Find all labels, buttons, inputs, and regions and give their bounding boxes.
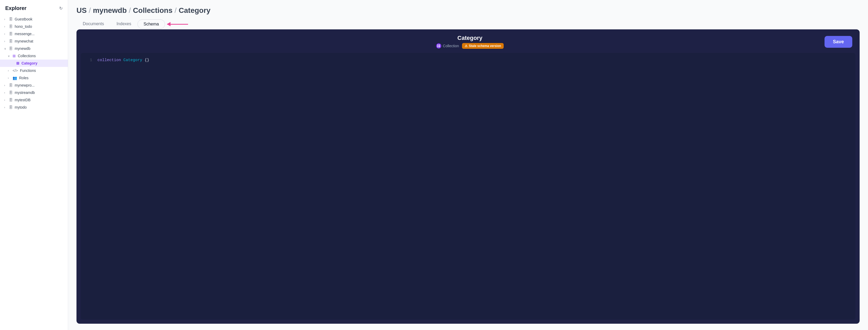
sidebar-item-label: Functions	[20, 68, 36, 73]
chevron-expand-icon: ∨	[8, 55, 11, 57]
chevron-icon: ›	[4, 84, 8, 87]
line-number: 1	[87, 57, 92, 63]
sidebar-item-label: hono_todo	[15, 24, 32, 29]
sidebar-item-label: mytodo	[15, 105, 27, 109]
chevron-icon: ›	[4, 18, 8, 21]
db-icon: 🗄	[9, 83, 12, 87]
db-icon: 🗄	[9, 98, 12, 102]
sidebar-item-category[interactable]: ⊞ Category	[0, 59, 68, 67]
editor-meta: Collection ⚠ Stale schema version	[436, 43, 504, 49]
arrow-line	[167, 24, 188, 25]
db-icon: 🗄	[9, 90, 12, 95]
sidebar-item-label: mynewpro...	[15, 83, 35, 87]
warning-icon: ⚠	[465, 44, 467, 48]
sidebar-item-mynewdb[interactable]: ∨ 🗄 mynewdb	[0, 45, 68, 52]
functions-icon: </>	[12, 68, 18, 73]
chevron-icon: ›	[4, 32, 8, 35]
sidebar-item-label: mystreamdb	[15, 90, 35, 95]
collection-icon: ⊞	[16, 61, 20, 65]
sidebar-item-label: Guestbook	[15, 17, 32, 21]
breadcrumb-sep2: /	[129, 6, 131, 15]
code-editor[interactable]: 1 collection Category {}	[81, 53, 856, 320]
stale-label: Stale schema version	[469, 44, 501, 48]
db-icon: 🗄	[9, 47, 12, 51]
breadcrumb: US / mynewdb / Collections / Category	[76, 6, 860, 15]
tab-schema[interactable]: Schema	[137, 20, 165, 29]
breadcrumb-mynewdb: mynewdb	[93, 6, 127, 15]
breadcrumb-collections: Collections	[133, 6, 173, 15]
collection-label: Collection	[443, 44, 459, 48]
db-icon: 🗄	[9, 24, 12, 29]
sidebar-header: Explorer ↻	[0, 5, 68, 16]
sidebar-item-collections[interactable]: ∨ ⊞ Collections	[0, 52, 68, 59]
punctuation: {}	[145, 58, 149, 62]
sidebar-item-functions[interactable]: › </> Functions	[0, 67, 68, 74]
sidebar-item-label: mynewchat	[15, 39, 33, 43]
main-header: US / mynewdb / Collections / Category	[68, 0, 868, 19]
breadcrumb-sep3: /	[175, 6, 177, 15]
sidebar-item-hono_todo[interactable]: › 🗄 hono_todo	[0, 23, 68, 30]
db-icon: 🗄	[9, 105, 12, 109]
db-icon: 🗄	[9, 39, 12, 43]
collection-type-badge: Collection	[436, 43, 459, 49]
tab-indexes[interactable]: Indexes	[110, 19, 137, 29]
code-line: 1 collection Category {}	[87, 57, 849, 63]
refresh-icon[interactable]: ↻	[59, 6, 63, 11]
sidebar-item-mystreamdb[interactable]: › 🗄 mystreamdb	[0, 89, 68, 96]
chevron-icon: ›	[4, 40, 8, 43]
roles-icon: 👥	[12, 76, 17, 80]
svg-rect-3	[439, 46, 440, 47]
db-icon: 🗄	[9, 17, 12, 21]
collection-icon: ⊞	[12, 54, 16, 58]
sidebar-item-label: mytestDB	[15, 98, 31, 102]
sidebar-item-label: Collections	[18, 54, 36, 58]
db-icon: 🗄	[9, 32, 12, 36]
chevron-expand-icon: ∨	[4, 47, 8, 50]
sidebar-item-label: Roles	[19, 76, 29, 80]
editor-header: Category Collection	[76, 29, 860, 53]
grid-icon	[437, 44, 440, 48]
keyword: collection	[97, 58, 121, 62]
main-content: US / mynewdb / Collections / Category Do…	[68, 0, 868, 330]
svg-rect-1	[439, 45, 440, 46]
breadcrumb-sep: /	[89, 6, 91, 15]
sidebar-item-roles[interactable]: › 👥 Roles	[0, 74, 68, 82]
tab-documents[interactable]: Documents	[76, 19, 110, 29]
editor-title: Category	[457, 35, 482, 42]
chevron-icon: ›	[4, 25, 8, 28]
class-name: Category	[123, 58, 142, 62]
sidebar-item-guestbook[interactable]: › 🗄 Guestbook	[0, 16, 68, 23]
breadcrumb-us: US	[76, 6, 87, 15]
tabs-bar: Documents Indexes Schema	[68, 19, 868, 29]
chevron-icon: ›	[4, 99, 8, 102]
editor-container: Category Collection	[76, 29, 860, 324]
sidebar-item-label: messenge...	[15, 32, 35, 36]
arrow-annotation	[167, 24, 188, 25]
svg-rect-2	[437, 46, 438, 47]
editor-title-area: Category Collection	[115, 35, 825, 49]
sidebar-item-mytestDB[interactable]: › 🗄 mytestDB	[0, 96, 68, 104]
stale-schema-badge: ⚠ Stale schema version	[462, 43, 504, 49]
sidebar-item-mynewpro[interactable]: › 🗄 mynewpro...	[0, 82, 68, 89]
code-content: collection Category {}	[97, 57, 149, 63]
sidebar-item-label: Category	[22, 61, 37, 65]
chevron-icon: ›	[8, 69, 11, 72]
chevron-icon: ›	[4, 106, 8, 109]
chevron-icon: ›	[4, 91, 8, 94]
sidebar-item-mynewchat[interactable]: › 🗄 mynewchat	[0, 37, 68, 45]
sidebar-item-mytodo[interactable]: › 🗄 mytodo	[0, 104, 68, 111]
breadcrumb-category: Category	[179, 6, 210, 15]
svg-rect-0	[437, 45, 438, 46]
collection-badge-icon	[436, 43, 441, 49]
sidebar-title: Explorer	[5, 5, 27, 11]
sidebar-item-messenge[interactable]: › 🗄 messenge...	[0, 30, 68, 37]
sidebar: Explorer ↻ › 🗄 Guestbook › 🗄 hono_todo ›…	[0, 0, 68, 330]
sidebar-item-label: mynewdb	[15, 47, 30, 51]
save-button[interactable]: Save	[825, 36, 852, 48]
chevron-icon: ›	[8, 77, 11, 80]
